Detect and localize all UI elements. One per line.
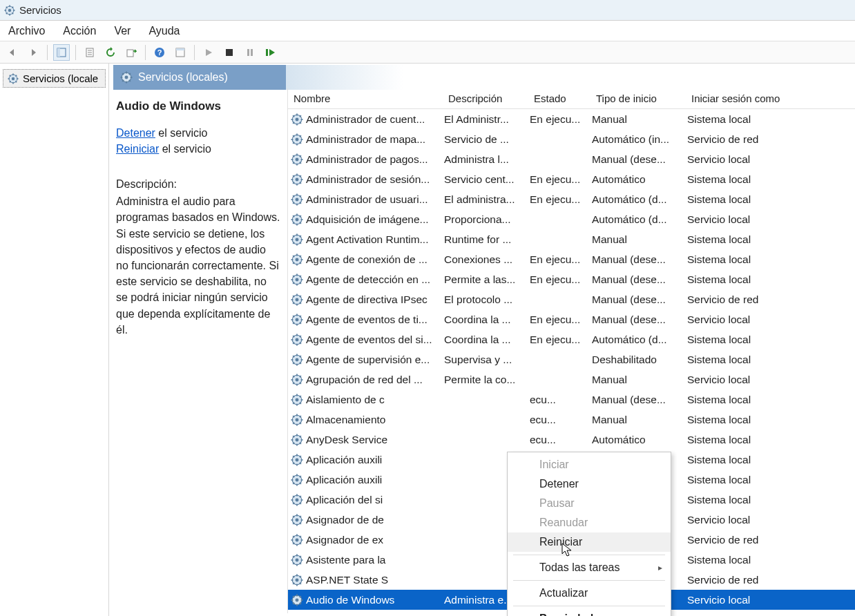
- table-row[interactable]: Almacenamientoecu...ManualSistema local: [288, 410, 855, 430]
- cell-name: Asignador de ex: [306, 534, 444, 546]
- cell-logon: Servicio local: [687, 213, 811, 226]
- cell-desc: Administra l...: [444, 153, 530, 166]
- table-row[interactable]: Administrador de pagos...Administra l...…: [288, 149, 855, 169]
- col-desc[interactable]: Descripción: [443, 93, 528, 104]
- pause-service-button[interactable]: [242, 44, 258, 61]
- menu-archivo[interactable]: Archivo: [4, 22, 49, 40]
- stop-service-button[interactable]: [221, 44, 238, 61]
- table-row[interactable]: Agente de eventos del si...Coordina la .…: [288, 329, 855, 349]
- gear-icon: [291, 394, 303, 406]
- back-button[interactable]: [4, 44, 21, 61]
- cell-name: Agrupación de red del ...: [306, 374, 444, 386]
- gear-icon: [291, 173, 303, 186]
- table-row[interactable]: Agente de detección en ...Permite a las.…: [288, 269, 855, 289]
- cell-start: Manual (dese...: [592, 153, 687, 166]
- gear-icon: [291, 193, 303, 206]
- toolbar-separator: [194, 45, 195, 60]
- table-row[interactable]: Adquisición de imágene...Proporciona...A…: [288, 209, 855, 229]
- cell-start: Automático: [592, 173, 687, 186]
- submenu-arrow-icon: ▸: [658, 563, 662, 572]
- ctx-todas-tareas[interactable]: Todas las tareas▸: [508, 558, 671, 577]
- table-row[interactable]: Agente de eventos de ti...Coordina la ..…: [288, 309, 855, 329]
- cell-desc: El administra...: [444, 193, 530, 206]
- cell-name: Administrador de usuari...: [306, 193, 444, 206]
- gear-icon: [291, 574, 303, 586]
- cell-start: Automático: [592, 434, 687, 446]
- table-row[interactable]: Agrupación de red del ...Permite la co..…: [288, 369, 855, 389]
- cell-logon: Sistema local: [687, 414, 811, 426]
- svg-rect-16: [127, 50, 133, 57]
- tree-item-services-local[interactable]: Servicios (locale: [3, 69, 106, 88]
- restart-service-button[interactable]: [262, 44, 279, 61]
- table-row[interactable]: Administrador de sesión...Servicio cent.…: [288, 169, 855, 189]
- cell-start: Automático (d...: [592, 213, 687, 226]
- gear-icon: [291, 474, 303, 486]
- main-panel: Servicios (locales) Audio de Windows Det…: [109, 64, 855, 616]
- table-row[interactable]: Agente de supervisión e...Supervisa y ..…: [288, 349, 855, 369]
- cell-logon: Sistema local: [687, 474, 811, 486]
- table-row[interactable]: Agent Activation Runtim...Runtime for ..…: [288, 229, 855, 249]
- cell-name: Aplicación del si: [306, 494, 444, 506]
- col-state[interactable]: Estado: [528, 93, 590, 104]
- cell-state: En ejecu...: [530, 273, 592, 286]
- ctx-reiniciar[interactable]: Reiniciar: [508, 532, 671, 552]
- cell-logon: Sistema local: [687, 233, 811, 246]
- table-row[interactable]: Aislamiento de cecu...Manual (dese...Sis…: [288, 389, 855, 410]
- show-hide-tree-button[interactable]: [53, 44, 70, 61]
- stop-service-link[interactable]: Detener: [116, 127, 155, 139]
- cell-name: Agente de directiva IPsec: [306, 293, 444, 306]
- ctx-separator: [513, 555, 665, 555]
- gear-icon: [291, 133, 303, 146]
- gear-icon: [291, 233, 303, 246]
- cell-name: Aplicación auxili: [306, 474, 444, 486]
- cell-state: En ejecu...: [530, 113, 592, 126]
- menu-accion[interactable]: Acción: [59, 22, 100, 40]
- window-title: Servicios: [19, 4, 61, 16]
- cell-logon: Sistema local: [687, 334, 811, 346]
- forward-button[interactable]: [25, 44, 41, 61]
- col-start[interactable]: Tipo de inicio: [590, 93, 686, 104]
- cell-start: Automático (in...: [592, 133, 687, 146]
- cell-logon: Servicio local: [687, 514, 811, 526]
- cell-name: ASP.NET State S: [306, 574, 444, 586]
- table-row[interactable]: AnyDesk Serviceecu...AutomáticoSistema l…: [288, 430, 855, 450]
- cell-logon: Sistema local: [687, 354, 811, 366]
- col-name[interactable]: Nombre: [288, 93, 443, 104]
- table-row[interactable]: Administrador de mapa...Servicio de ...A…: [288, 129, 855, 149]
- gear-icon: [291, 334, 303, 346]
- cell-start: Manual: [592, 414, 687, 426]
- properties-button[interactable]: [81, 44, 98, 61]
- cell-logon: Sistema local: [687, 394, 811, 406]
- cell-name: Almacenamiento: [306, 414, 444, 426]
- cell-logon: Sistema local: [687, 173, 811, 186]
- table-row[interactable]: Agente de conexión de ...Conexiones ...E…: [288, 249, 855, 269]
- help-button[interactable]: ?: [151, 44, 168, 61]
- view-button[interactable]: [172, 44, 189, 61]
- ctx-detener[interactable]: Detener: [508, 474, 671, 494]
- cell-start: Manual (dese...: [592, 314, 687, 326]
- col-logon[interactable]: Iniciar sesión como: [686, 93, 810, 104]
- gear-icon: [291, 293, 303, 306]
- gear-icon: [291, 314, 303, 326]
- export-button[interactable]: [123, 44, 140, 61]
- table-row[interactable]: Agente de directiva IPsecEl protocolo ..…: [288, 289, 855, 309]
- refresh-button[interactable]: [102, 44, 119, 61]
- gear-icon: [291, 414, 303, 426]
- restart-service-link[interactable]: Reiniciar: [116, 143, 159, 155]
- table-row[interactable]: Administrador de usuari...El administra.…: [288, 189, 855, 209]
- detail-desc-text: Administra el audio para programas basad…: [116, 193, 280, 338]
- ctx-actualizar[interactable]: Actualizar: [508, 584, 671, 603]
- start-service-button[interactable]: [200, 44, 217, 61]
- gear-icon: [291, 534, 303, 546]
- cell-desc: Runtime for ...: [444, 233, 530, 246]
- menu-ver[interactable]: Ver: [110, 22, 135, 40]
- gear-icon: [291, 514, 303, 526]
- cell-logon: Servicio de red: [687, 574, 811, 586]
- cell-logon: Sistema local: [687, 434, 811, 446]
- content: Servicios (locale Servicios (locales) Au…: [0, 64, 855, 616]
- ctx-propiedades[interactable]: Propiedades: [508, 609, 671, 616]
- table-row[interactable]: Administrador de cuent...El Administr...…: [288, 109, 855, 129]
- menu-ayuda[interactable]: Ayuda: [144, 22, 184, 40]
- ctx-reanudar: Reanudar: [508, 513, 671, 532]
- cell-state: ecu...: [530, 394, 592, 406]
